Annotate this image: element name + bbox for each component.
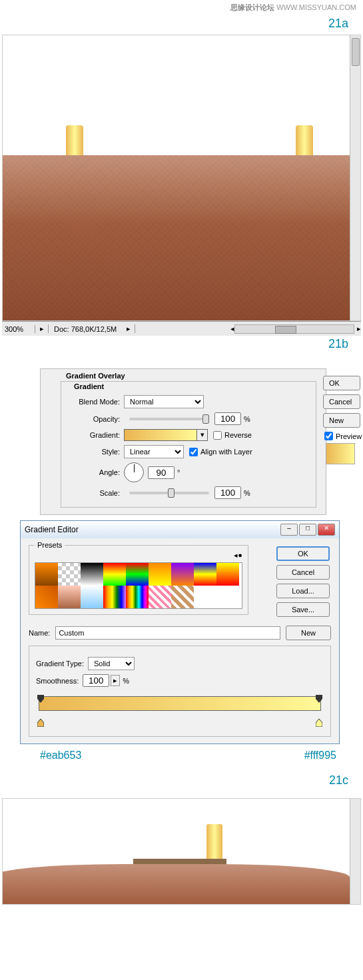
gold-tab-left [66,125,83,159]
presets-menu-icon[interactable]: ◂● [234,551,242,559]
style-select[interactable]: Linear [124,445,184,458]
angle-dial[interactable] [124,462,144,482]
opacity-label: Opacity: [69,415,124,423]
color-left-label: #eab653 [40,749,81,761]
canvas-21a[interactable] [2,35,361,321]
ge-load-button[interactable]: Load... [276,584,330,598]
opacity-stop-left[interactable] [37,695,44,703]
leather-curve [2,864,350,904]
angle-degree: ° [177,468,180,476]
gradient-type-select[interactable]: Solid [88,657,135,670]
preview-checkbox[interactable]: Preview [324,432,360,440]
smoothness-dropdown-icon[interactable]: ▸ [111,675,120,686]
preset-swatch[interactable] [81,563,103,586]
smoothness-percent: % [123,677,129,685]
step-label-21b: 21b [0,336,363,355]
new-style-button[interactable]: New Style... [323,413,360,428]
ge-save-button[interactable]: Save... [276,602,330,617]
watermark-header: 思缘设计论坛 WWW.MISSYUAN.COM [0,0,363,15]
preset-swatch[interactable] [171,586,194,608]
svg-marker-3 [316,719,322,727]
gradient-label: Gradient: [69,431,124,439]
preset-swatch[interactable] [126,563,149,586]
close-icon[interactable]: ✕ [318,524,335,536]
step-label-21a: 21a [0,15,363,35]
ge-button-column: OK Cancel Load... Save... [276,546,330,621]
color-right-label: #fff995 [304,749,336,761]
scale-input[interactable] [214,486,241,499]
opacity-percent: % [244,415,250,423]
cancel-button[interactable]: Cancel [323,394,360,409]
new-button[interactable]: New [286,626,331,640]
preset-swatch[interactable] [35,586,58,608]
doc-info: Doc: 768,0K/12,5M [49,325,122,333]
preview-swatch [326,443,355,464]
svg-marker-1 [316,695,322,703]
smoothness-input[interactable] [83,674,109,687]
gradient-swatch[interactable] [124,429,197,441]
svg-marker-2 [37,719,44,727]
vertical-scrollbar-21c[interactable] [350,799,360,904]
name-label: Name: [29,629,50,637]
opacity-slider[interactable] [129,418,209,420]
zoom-arrow-icon[interactable]: ▸ [35,324,49,333]
svg-marker-0 [37,695,44,703]
angle-input[interactable] [148,466,175,479]
opacity-input[interactable] [214,412,241,425]
presets-label: Presets [35,541,65,549]
angle-label: Angle: [69,468,124,476]
ge-cancel-button[interactable]: Cancel [276,565,330,580]
canvas-21c[interactable] [2,798,361,905]
gradient-dropdown-icon[interactable]: ▾ [197,429,208,441]
step-label-21c: 21c [0,772,363,791]
style-label: Style: [69,448,124,456]
preset-swatch[interactable] [216,563,239,586]
gradient-bar[interactable] [36,696,324,726]
preset-swatch[interactable] [58,586,81,608]
preset-swatch[interactable] [171,563,194,586]
gradient-preview-bar[interactable] [39,696,321,711]
color-stop-left[interactable] [37,719,44,727]
gradient-editor-title: Gradient Editor [25,525,279,534]
preset-swatch[interactable] [194,563,216,586]
gold-tab-right [296,125,313,159]
align-checkbox[interactable]: Align with Layer [189,448,252,456]
vertical-scrollbar[interactable] [350,35,360,320]
preset-swatch[interactable] [103,586,126,608]
status-bar: 300% ▸ Doc: 768,0K/12,5M ▸ ◂ ▸ [2,321,361,336]
scale-label: Scale: [69,489,124,497]
gradient-editor-titlebar[interactable]: Gradient Editor – □ ✕ [21,521,339,538]
gradient-type-label: Gradient Type: [36,660,84,668]
color-stop-right[interactable] [316,719,322,727]
zoom-level[interactable]: 300% [2,325,35,333]
minimize-icon[interactable]: – [280,524,298,536]
smoothness-label: Smoothness: [36,677,79,685]
horizontal-scrollbar[interactable] [234,324,354,334]
preset-swatch[interactable] [35,563,58,586]
preset-swatch[interactable] [149,586,171,608]
preset-swatch[interactable] [126,586,149,608]
gradient-editor-window: Gradient Editor – □ ✕ OK Cancel Load... … [20,520,340,744]
site-name-cn: 思缘设计论坛 [230,3,274,11]
doc-arrow-icon[interactable]: ▸ [122,324,135,333]
preset-swatch[interactable] [58,563,81,586]
layer-style-dialog: OK Cancel New Style... Preview Gradient … [40,368,326,515]
preset-swatch[interactable] [149,563,171,586]
hscroll-right-icon[interactable]: ▸ [357,324,361,333]
preset-swatch[interactable] [103,563,126,586]
blend-mode-select[interactable]: Normal [124,395,204,408]
scale-slider[interactable] [129,492,209,494]
ge-ok-button[interactable]: OK [276,546,330,561]
gradient-section-label: Gradient [71,382,107,390]
ok-button[interactable]: OK [323,376,360,390]
presets-grid[interactable] [35,562,242,609]
maximize-icon[interactable]: □ [299,524,316,536]
presets-box: Presets ◂● [29,545,248,615]
opacity-stop-right[interactable] [316,695,322,703]
reverse-checkbox[interactable]: Reverse [213,431,252,440]
site-name-en: WWW.MISSYUAN.COM [276,3,356,11]
preset-swatch[interactable] [81,586,103,608]
name-input[interactable] [55,626,280,640]
gradient-overlay-title: Gradient Overlay [63,372,128,380]
leather-texture [3,155,350,321]
